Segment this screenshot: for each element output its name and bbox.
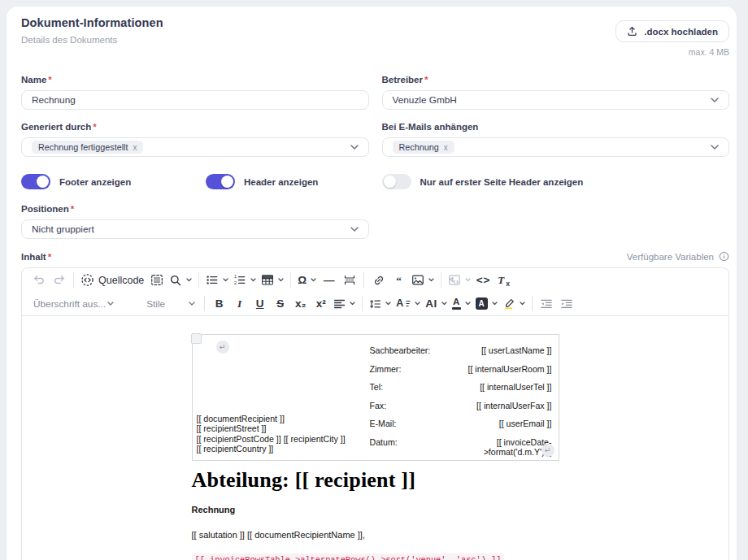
find-replace-button[interactable]	[167, 270, 194, 290]
link-button[interactable]	[368, 270, 389, 290]
document-header-table[interactable]: ↵ [[ documentRecipient ]] [[ recipientSt…	[192, 334, 559, 461]
horizontal-line-icon: —	[324, 275, 335, 286]
positionen-select[interactable]: Nicht gruppiert	[21, 219, 369, 239]
info-row: Datum: [[ invoiceDate->format('d.m.Y') ]…	[370, 437, 552, 457]
page-break-button[interactable]	[339, 270, 359, 290]
header-toggle-label: Header anzeigen	[244, 177, 318, 187]
paragraph-insert-icon[interactable]: ↵	[541, 444, 554, 457]
heading-dropdown-value: Überschrift aus...	[33, 298, 106, 310]
html-embed-button[interactable]: <>	[473, 270, 494, 290]
line-height-button[interactable]	[367, 293, 394, 314]
strikethrough-button[interactable]: S	[270, 293, 290, 314]
table-drag-handle-icon[interactable]	[191, 333, 202, 344]
info-row: Fax: [[ internalUserFax ]]	[370, 401, 552, 410]
chevron-down-icon	[350, 227, 359, 232]
dropdown-caret-icon	[186, 278, 192, 282]
bulleted-list-button[interactable]	[203, 270, 231, 290]
dropdown-caret-icon	[415, 302, 420, 306]
footer-anzeigen-toggle[interactable]	[21, 174, 50, 189]
available-variables-link[interactable]: Verfügbare Variablen	[627, 251, 729, 262]
bold-button[interactable]: B	[209, 293, 229, 314]
info-value: [[ internalUserFax ]]	[476, 401, 551, 410]
font-color-button[interactable]: A	[450, 293, 473, 314]
chevron-down-icon	[711, 98, 719, 102]
selected-chip: Rechnung fertiggestellt x	[32, 141, 143, 154]
styles-dropdown[interactable]: Stile	[141, 293, 200, 314]
dropdown-caret-icon	[278, 278, 284, 282]
info-label: E-Mail:	[370, 419, 397, 428]
dropdown-caret-icon	[223, 278, 228, 282]
upload-size-hint: max. 4 MB	[615, 47, 729, 57]
dropdown-caret-icon	[428, 278, 434, 282]
docx-upload-button[interactable]: .docx hochladen	[615, 20, 729, 42]
dropdown-caret-icon	[311, 278, 316, 282]
font-size-button[interactable]: A	[394, 293, 423, 314]
select-all-button[interactable]	[146, 270, 167, 290]
betreiber-label: Betreiber	[382, 75, 424, 85]
italic-button[interactable]: I	[229, 293, 250, 314]
special-characters-button[interactable]: Ω	[295, 270, 319, 290]
rich-text-editor: Quellcode 1.2.	[21, 267, 729, 560]
background-color-button[interactable]: A	[473, 293, 500, 314]
info-row: Zimmer: [[ internalUserRoom ]]	[370, 364, 552, 374]
field-name: Name*	[21, 75, 369, 110]
italic-icon: I	[237, 298, 241, 310]
underline-button[interactable]: U	[250, 293, 270, 314]
emails-label: Bei E-Mails anhängen	[382, 122, 479, 132]
betreiber-selected-value: Venuzle GmbH	[393, 94, 457, 106]
dropdown-caret-icon	[350, 302, 355, 306]
editor-content-area[interactable]: ↵ [[ documentRecipient ]] [[ recipientSt…	[22, 315, 728, 560]
outdent-button[interactable]	[537, 293, 557, 314]
document-info-card: Dokument-Informationen Details des Dokum…	[7, 7, 737, 560]
field-positionen: Positionen* Nicht gruppiert	[21, 204, 369, 239]
superscript-button[interactable]: x²	[311, 293, 331, 314]
chevron-down-icon	[350, 145, 359, 150]
name-label: Name	[21, 75, 46, 85]
alignment-button[interactable]	[331, 293, 358, 314]
generiert-multiselect[interactable]: Rechnung fertiggestellt x	[21, 137, 369, 157]
info-value: [[ userEmail ]]	[499, 419, 552, 428]
subscript-button[interactable]: x₂	[290, 293, 311, 314]
chip-label: Rechnung fertiggestellt	[38, 142, 128, 152]
chip-remove-icon[interactable]: x	[133, 143, 137, 152]
superscript-icon: x²	[316, 298, 326, 310]
required-asterisk: *	[93, 122, 96, 132]
betreiber-select[interactable]: Venuzle GmbH	[382, 90, 730, 110]
insert-image-button[interactable]	[409, 270, 437, 290]
block-quote-button[interactable]: “	[389, 270, 409, 290]
chip-remove-icon[interactable]: x	[444, 143, 448, 152]
name-input[interactable]	[21, 90, 369, 110]
required-asterisk: *	[48, 75, 51, 85]
undo-button[interactable]	[28, 270, 49, 290]
template-button[interactable]	[446, 270, 473, 290]
indent-button[interactable]	[557, 293, 577, 314]
heading-dropdown[interactable]: Überschrift aus...	[28, 293, 119, 314]
info-label: Tel:	[370, 382, 384, 392]
first-page-toggle-label: Nur auf erster Seite Header anzeigen	[420, 177, 584, 187]
header-anzeigen-toggle[interactable]	[206, 174, 235, 189]
background-color-icon: A	[476, 297, 488, 310]
horizontal-line-button[interactable]: —	[319, 270, 339, 290]
address-line: [[ recipientStreet ]]	[197, 423, 346, 434]
source-code-button[interactable]: Quellcode	[78, 270, 146, 290]
info-row: E-Mail: [[ userEmail ]]	[370, 419, 552, 428]
info-label: Sachbearbeiter:	[370, 345, 431, 355]
document-preview: ↵ [[ documentRecipient ]] [[ recipientSt…	[192, 334, 559, 560]
paragraph-insert-icon[interactable]: ↵	[216, 341, 229, 354]
footer-toggle-label: Footer anzeigen	[59, 177, 131, 187]
numbered-list-button[interactable]: 1.2.	[231, 270, 259, 290]
highlight-button[interactable]	[500, 293, 528, 314]
info-label: Fax:	[370, 401, 387, 410]
document-heading: Abteilung: [[ recipient ]]	[192, 468, 559, 493]
emails-multiselect[interactable]: Rechnung x	[382, 137, 730, 157]
insert-table-button[interactable]	[259, 270, 286, 290]
dropdown-caret-icon	[385, 302, 391, 306]
ai-button[interactable]: AI	[423, 293, 450, 314]
positionen-label: Positionen	[21, 204, 69, 214]
first-page-header-toggle[interactable]	[382, 174, 411, 189]
svg-text:1.: 1.	[234, 274, 238, 279]
field-generiert-durch: Generiert durch* Rechnung fertiggestellt…	[21, 122, 369, 157]
redo-button[interactable]	[49, 270, 69, 290]
generiert-label: Generiert durch	[21, 122, 91, 132]
remove-format-button[interactable]: T x	[494, 270, 514, 290]
